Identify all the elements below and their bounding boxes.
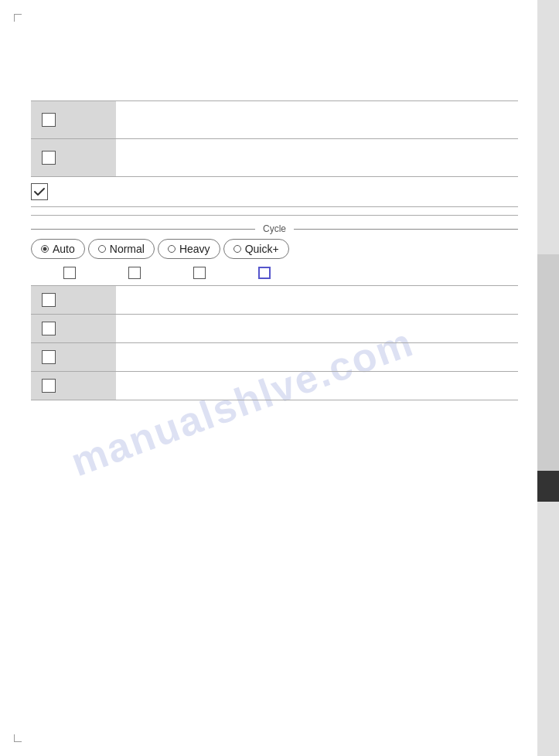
bottom-row-2 — [31, 314, 518, 342]
row2-checkbox[interactable] — [42, 151, 56, 165]
cycle-option-heavy[interactable]: Heavy — [158, 239, 220, 259]
sidebar-light-top — [537, 0, 559, 254]
cycle-line-left — [31, 229, 255, 230]
cycle-cb1 — [39, 267, 101, 279]
bottom-row-4 — [31, 371, 518, 400]
cycle-checkboxes — [31, 267, 518, 279]
row2-content — [116, 139, 518, 176]
cycle-cb3 — [169, 267, 230, 279]
top-table — [31, 100, 518, 177]
cycle-option-auto[interactable]: Auto — [31, 239, 85, 259]
brow1-checkbox-cell — [31, 286, 116, 314]
cycle-line-right — [294, 229, 518, 230]
cycle-section: Cycle Auto Normal Heavy Quick+ — [31, 223, 518, 279]
bottom-row-3 — [31, 342, 518, 371]
cycle-cb4 — [233, 267, 295, 279]
table-row — [31, 138, 518, 177]
row1-content — [116, 101, 518, 138]
brow2-checkbox[interactable] — [42, 322, 56, 335]
radio-auto — [41, 245, 49, 253]
bottom-rows — [31, 285, 518, 400]
brow4-checkbox[interactable] — [42, 379, 56, 393]
radio-quickplus — [233, 245, 241, 253]
cycle-header: Cycle — [31, 223, 518, 234]
row1-checkbox-cell — [31, 101, 116, 138]
divider-line — [31, 215, 518, 216]
right-sidebar — [537, 0, 559, 756]
cycle-option-quickplus-label: Quick+ — [245, 243, 279, 255]
cycle-option-quickplus[interactable]: Quick+ — [223, 239, 289, 259]
checkmark-icon — [33, 186, 46, 198]
sidebar-light-bottom — [537, 502, 559, 756]
brow4-content — [116, 372, 518, 400]
cycle-checkbox-4[interactable] — [258, 267, 271, 279]
brow2-checkbox-cell — [31, 315, 116, 342]
brow3-checkbox-cell — [31, 343, 116, 371]
cycle-option-heavy-label: Heavy — [179, 243, 210, 255]
brow1-content — [116, 286, 518, 314]
brow4-checkbox-cell — [31, 372, 116, 400]
row2-checkbox-cell — [31, 139, 116, 176]
cycle-checkbox-1[interactable] — [63, 267, 76, 279]
cycle-cb2 — [104, 267, 165, 279]
row1-checkbox[interactable] — [42, 113, 56, 127]
brow3-checkbox[interactable] — [42, 350, 56, 364]
checked-icon-row — [31, 177, 518, 207]
corner-bl — [14, 734, 22, 742]
bottom-row-1 — [31, 285, 518, 314]
radio-normal — [98, 245, 106, 253]
cycle-option-normal-label: Normal — [110, 243, 145, 255]
cycle-option-normal[interactable]: Normal — [88, 239, 155, 259]
checked-icon-checkbox[interactable] — [31, 183, 48, 200]
sidebar-dark-block — [537, 471, 559, 502]
table-row — [31, 100, 518, 138]
main-content: Cycle Auto Normal Heavy Quick+ — [31, 100, 518, 400]
cycle-checkbox-3[interactable] — [193, 267, 206, 279]
brow1-checkbox[interactable] — [42, 293, 56, 307]
cycle-checkbox-2[interactable] — [128, 267, 141, 279]
brow3-content — [116, 343, 518, 371]
radio-heavy — [168, 245, 176, 253]
cycle-label: Cycle — [255, 223, 294, 234]
cycle-option-auto-label: Auto — [53, 243, 75, 255]
cycle-options: Auto Normal Heavy Quick+ — [31, 239, 518, 259]
corner-tl — [14, 14, 22, 22]
brow2-content — [116, 315, 518, 342]
